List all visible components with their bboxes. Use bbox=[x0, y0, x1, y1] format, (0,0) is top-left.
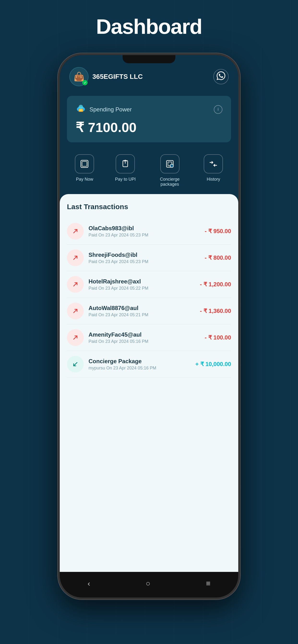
transactions-panel: Last Transactions OlaCabs983@ibl Paid On… bbox=[60, 194, 238, 572]
pay-now-icon-box bbox=[75, 154, 94, 174]
tx-date: Paid On 23 Apr 2024 05:16 PM bbox=[89, 339, 200, 344]
spending-label-group: Spending Power bbox=[76, 103, 132, 116]
spending-label: Spending Power bbox=[89, 106, 132, 113]
tx-amount: - ₹ 950.00 bbox=[205, 228, 231, 234]
transaction-item[interactable]: AmenityFac45@aul Paid On 23 Apr 2024 05:… bbox=[67, 324, 231, 351]
header-left: 👜 ✓ 365EGIFTS LLC bbox=[69, 67, 143, 86]
action-history[interactable]: History bbox=[204, 154, 223, 187]
transactions-title: Last Transactions bbox=[67, 203, 231, 211]
tx-info: ShreejiFoods@ibl Paid On 23 Apr 2024 05:… bbox=[89, 252, 200, 264]
info-icon: i bbox=[218, 107, 219, 112]
transaction-item[interactable]: AutoWal8876@aul Paid On 23 Apr 2024 05:2… bbox=[67, 298, 231, 324]
svg-line-11 bbox=[74, 230, 77, 233]
tx-amount: - ₹ 100.00 bbox=[205, 334, 231, 341]
tx-name: Concierge Package bbox=[89, 358, 191, 365]
tx-info: HotelRajshree@axl Paid On 23 Apr 2024 05… bbox=[89, 278, 195, 291]
tx-name: HotelRajshree@axl bbox=[89, 278, 195, 285]
tx-debit-icon bbox=[67, 250, 84, 266]
tx-debit-icon bbox=[67, 223, 84, 240]
app-logo: 👜 ✓ bbox=[69, 67, 89, 86]
home-button[interactable]: ○ bbox=[136, 577, 160, 590]
tx-date: Paid On 23 Apr 2024 05:23 PM bbox=[89, 259, 200, 264]
page-title: Dashboard bbox=[96, 14, 202, 39]
transaction-item[interactable]: Concierge Package mypursu On 23 Apr 2024… bbox=[67, 351, 231, 378]
back-button[interactable]: ‹ bbox=[78, 577, 100, 590]
bottom-nav: ‹ ○ ≡ bbox=[60, 572, 238, 598]
phone-notch bbox=[123, 55, 175, 63]
pay-to-upi-icon-box bbox=[116, 154, 135, 174]
svg-rect-5 bbox=[82, 162, 87, 166]
phone-frame: 👜 ✓ 365EGIFTS LLC bbox=[58, 53, 240, 600]
spending-amount: ₹ 7100.00 bbox=[76, 120, 222, 135]
svg-line-16 bbox=[74, 362, 77, 366]
app-name: 365EGIFTS LLC bbox=[92, 73, 143, 80]
tx-info: AutoWal8876@aul Paid On 23 Apr 2024 05:2… bbox=[89, 305, 195, 318]
transaction-item[interactable]: HotelRajshree@axl Paid On 23 Apr 2024 05… bbox=[67, 271, 231, 298]
cloud-wallet-icon bbox=[76, 103, 86, 116]
tx-info: OlaCabs983@ibl Paid On 23 Apr 2024 05:23… bbox=[89, 225, 200, 238]
phone-screen: 👜 ✓ 365EGIFTS LLC bbox=[60, 55, 238, 598]
tx-info: AmenityFac45@aul Paid On 23 Apr 2024 05:… bbox=[89, 331, 200, 344]
tx-debit-icon bbox=[67, 329, 84, 346]
tx-name: AutoWal8876@aul bbox=[89, 305, 195, 312]
tx-name: OlaCabs983@ibl bbox=[89, 225, 200, 232]
tx-date: Paid On 23 Apr 2024 05:23 PM bbox=[89, 233, 200, 238]
tx-date: mypursu On 23 Apr 2024 05:16 PM bbox=[89, 366, 191, 371]
whatsapp-button[interactable] bbox=[213, 69, 229, 84]
whatsapp-icon bbox=[217, 72, 225, 82]
action-concierge[interactable]: Concierge packages bbox=[157, 154, 183, 187]
transaction-item[interactable]: ShreejiFoods@ibl Paid On 23 Apr 2024 05:… bbox=[67, 244, 231, 271]
concierge-icon-box bbox=[160, 154, 180, 174]
pay-to-upi-label: Pay to UPI bbox=[115, 177, 135, 182]
spending-info-button[interactable]: i bbox=[214, 105, 222, 114]
svg-rect-2 bbox=[79, 109, 83, 112]
tx-date: Paid On 23 Apr 2024 05:22 PM bbox=[89, 286, 195, 291]
logo-badge: ✓ bbox=[82, 80, 88, 85]
tx-debit-icon bbox=[67, 276, 84, 293]
concierge-label: Concierge packages bbox=[157, 177, 183, 187]
tx-credit-icon bbox=[67, 356, 84, 372]
svg-point-3 bbox=[79, 105, 83, 109]
svg-line-12 bbox=[74, 256, 77, 260]
tx-amount: - ₹ 1,360.00 bbox=[200, 308, 231, 314]
tx-name: AmenityFac45@aul bbox=[89, 331, 200, 338]
tx-amount: + ₹ 10,000.00 bbox=[195, 361, 231, 368]
svg-line-15 bbox=[74, 336, 77, 339]
menu-button[interactable]: ≡ bbox=[196, 577, 220, 590]
svg-line-13 bbox=[74, 283, 77, 286]
tx-name: ShreejiFoods@ibl bbox=[89, 252, 200, 258]
svg-line-14 bbox=[74, 309, 77, 313]
transaction-item[interactable]: OlaCabs983@ibl Paid On 23 Apr 2024 05:23… bbox=[67, 218, 231, 244]
history-label: History bbox=[207, 177, 220, 182]
tx-amount: - ₹ 1,200.00 bbox=[200, 281, 231, 288]
action-pay-to-upi[interactable]: Pay to UPI bbox=[115, 154, 135, 187]
history-icon-box bbox=[204, 154, 223, 174]
pay-now-label: Pay Now bbox=[76, 177, 93, 182]
action-row: Pay Now Pay to UPI bbox=[60, 147, 238, 192]
tx-debit-icon bbox=[67, 302, 84, 319]
action-pay-now[interactable]: Pay Now bbox=[75, 154, 94, 187]
tx-amount: - ₹ 800.00 bbox=[205, 254, 231, 261]
logo-emoji-icon: 👜 bbox=[74, 72, 84, 82]
spending-header: Spending Power i bbox=[76, 103, 222, 116]
tx-info: Concierge Package mypursu On 23 Apr 2024… bbox=[89, 358, 191, 371]
spending-card: Spending Power i ₹ 7100.00 bbox=[67, 96, 231, 142]
tx-date: Paid On 23 Apr 2024 05:21 PM bbox=[89, 312, 195, 318]
